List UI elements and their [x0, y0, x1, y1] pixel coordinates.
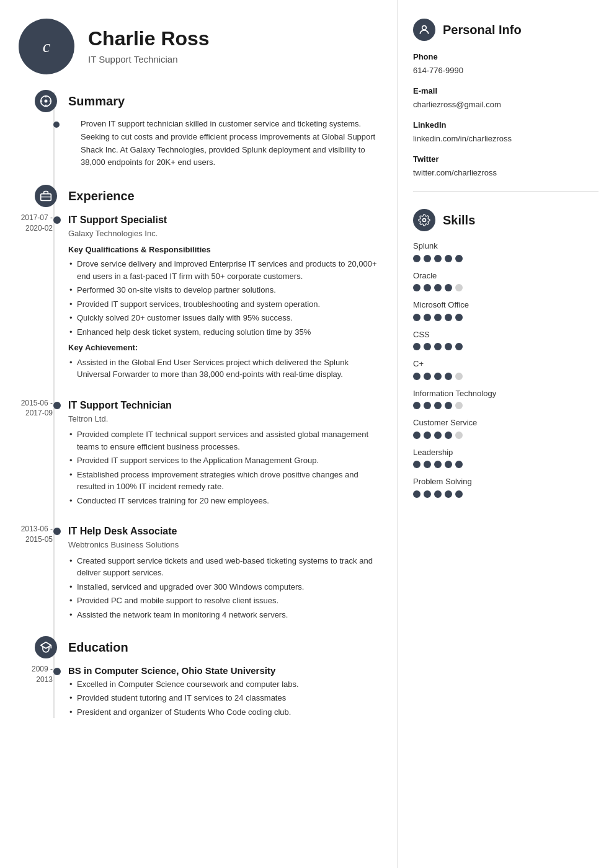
edu-degree-0: BS in Computer Science, Ohio State Unive… — [68, 664, 378, 678]
skill-dots-7 — [413, 461, 598, 468]
avatar: c — [19, 19, 74, 74]
edu-container: 2009 - 2013BS in Computer Science, Ohio … — [68, 664, 378, 718]
filled-dot — [445, 490, 452, 498]
job-item-0: 2017-07 - 2020-02IT Support SpecialistGa… — [68, 213, 378, 381]
filled-dot — [434, 373, 442, 380]
bullet-item: Provided IT support services, troublesho… — [68, 298, 378, 311]
filled-dot — [413, 255, 420, 262]
skill-item-6: Customer Service — [413, 417, 598, 439]
job-item-2: 2013-06 - 2015-05IT Help Desk AssociateW… — [68, 524, 378, 621]
resume-header: c Charlie Ross IT Support Technician — [12, 19, 378, 74]
experience-header: Experience — [68, 187, 378, 205]
filled-dot — [424, 402, 431, 409]
filled-dot — [434, 461, 442, 468]
empty-dot — [455, 284, 463, 291]
summary-text: Proven IT support technician skilled in … — [68, 118, 378, 169]
skill-dots-5 — [413, 402, 598, 409]
filled-dot — [424, 343, 431, 350]
bullet-item: Excelled in Computer Science coursework … — [68, 678, 378, 691]
job-bullets-0-1: Assisted in the Global End User Services… — [68, 356, 378, 381]
filled-dot — [413, 284, 420, 291]
filled-dot — [455, 255, 463, 262]
bullet-item: President and organizer of Students Who … — [68, 706, 378, 719]
filled-dot — [445, 373, 452, 380]
skill-name-7: Leadership — [413, 446, 598, 459]
info-label-2: LinkedIn — [413, 119, 598, 131]
filled-dot — [445, 284, 452, 291]
filled-dot — [455, 314, 463, 321]
info-value-3: twitter.com/charliezross — [413, 167, 598, 179]
filled-dot — [424, 255, 431, 262]
candidate-name: Charlie Ross — [88, 27, 210, 50]
filled-dot — [413, 461, 420, 468]
skill-dots-0 — [413, 255, 598, 262]
bullet-item: Established process improvement strategi… — [68, 469, 378, 493]
filled-dot — [413, 432, 420, 439]
timeline-dot-2 — [53, 528, 61, 535]
summary-section: Summary Proven IT support technician ski… — [68, 92, 378, 169]
job-date-1: 2015-06 - 2017-09 — [0, 398, 53, 419]
filled-dot — [434, 284, 442, 291]
skill-name-1: Oracle — [413, 270, 598, 282]
filled-dot — [434, 343, 442, 350]
job-title-0: IT Support Specialist — [68, 213, 378, 228]
skill-dots-6 — [413, 432, 598, 439]
skill-item-7: Leadership — [413, 446, 598, 469]
skill-name-2: Microsoft Office — [413, 299, 598, 311]
filled-dot — [445, 461, 452, 468]
skill-dots-4 — [413, 373, 598, 380]
bullet-item: Enhanced help desk ticket system, reduci… — [68, 326, 378, 339]
summary-icon — [35, 90, 57, 112]
svg-point-11 — [423, 219, 426, 222]
empty-dot — [455, 402, 463, 409]
filled-dot — [424, 432, 431, 439]
personal-info-icon — [413, 19, 435, 41]
bullet-item: Provided student tutoring and IT service… — [68, 692, 378, 704]
bullet-item: Assisted in the Global End User Services… — [68, 356, 378, 381]
education-section: Education 2009 - 2013BS in Computer Scie… — [68, 638, 378, 718]
skills-container: SplunkOracleMicrosoft OfficeCSSC+Informa… — [413, 240, 598, 498]
resume-page: c Charlie Ross IT Support Technician — [0, 0, 614, 868]
svg-point-10 — [422, 25, 427, 30]
filled-dot — [434, 255, 442, 262]
skill-dots-2 — [413, 314, 598, 321]
job-bullets-2-0: Created support service tickets and used… — [68, 555, 378, 621]
education-title: Education — [68, 638, 128, 657]
info-label-1: E-mail — [413, 85, 598, 97]
skill-item-0: Splunk — [413, 240, 598, 262]
job-bullets-1-0: Provided complete IT technical support s… — [68, 428, 378, 507]
filled-dot — [455, 343, 463, 350]
filled-dot — [434, 432, 442, 439]
info-label-3: Twitter — [413, 153, 598, 166]
summary-title: Summary — [68, 92, 125, 110]
filled-dot — [445, 255, 452, 262]
filled-dot — [455, 461, 463, 468]
filled-dot — [413, 343, 420, 350]
empty-dot — [455, 432, 463, 439]
edu-dot-0 — [53, 668, 61, 675]
left-column: c Charlie Ross IT Support Technician — [0, 0, 397, 868]
bullet-item: Provided PC and mobile support to resolv… — [68, 595, 378, 607]
experience-title: Experience — [68, 187, 135, 205]
skill-item-4: C+ — [413, 358, 598, 380]
job-title-1: IT Support Technician — [68, 398, 378, 413]
svg-point-1 — [45, 100, 48, 103]
filled-dot — [424, 461, 431, 468]
bullet-item: Quickly solved 20+ customer issues daily… — [68, 312, 378, 324]
filled-dot — [445, 343, 452, 350]
filled-dot — [424, 314, 431, 321]
skill-name-0: Splunk — [413, 240, 598, 252]
filled-dot — [413, 490, 420, 498]
skill-name-3: CSS — [413, 329, 598, 341]
skill-item-2: Microsoft Office — [413, 299, 598, 321]
skill-item-3: CSS — [413, 329, 598, 351]
skills-icon — [413, 209, 435, 231]
info-value-2: linkedin.com/in/charliezross — [413, 133, 598, 145]
svg-marker-8 — [41, 642, 51, 649]
bullet-item: Conducted IT services training for 20 ne… — [68, 495, 378, 507]
skill-name-6: Customer Service — [413, 417, 598, 429]
skill-dots-8 — [413, 490, 598, 498]
bullet-item: Assisted the network team in monitoring … — [68, 609, 378, 621]
job-company-0: Galaxy Technologies Inc. — [68, 228, 378, 240]
filled-dot — [434, 314, 442, 321]
